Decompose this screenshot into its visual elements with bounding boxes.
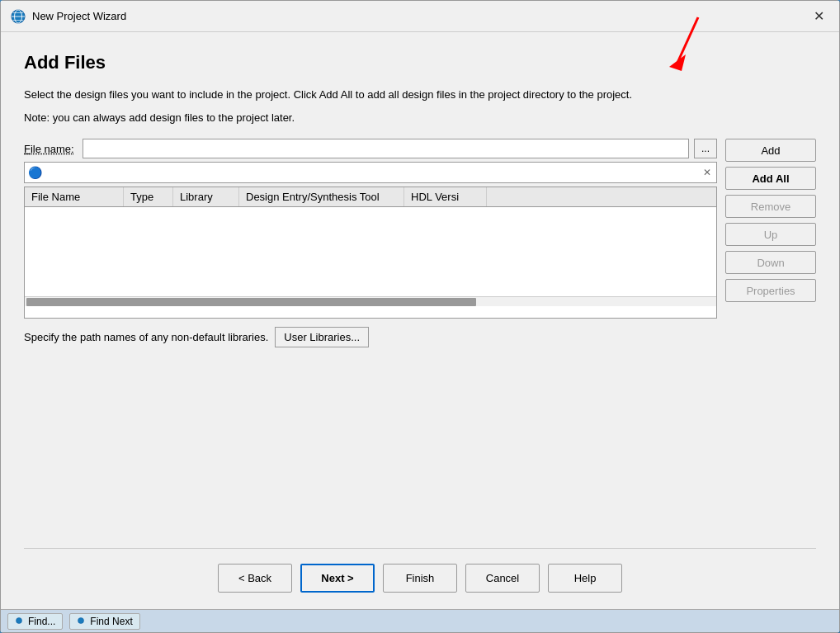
content-area: Add Files Select the design files you wa… xyxy=(1,32,839,541)
browse-button[interactable]: ... xyxy=(694,139,717,158)
bottom-bar: < Back Next > Finish Cancel Help xyxy=(1,555,839,609)
separator xyxy=(24,548,816,549)
down-button[interactable]: Down xyxy=(725,251,816,274)
back-button[interactable]: < Back xyxy=(218,564,292,593)
taskbar-find-label: Find... xyxy=(28,616,55,627)
search-clear-button[interactable]: ✕ xyxy=(701,167,713,178)
search-input[interactable] xyxy=(45,167,698,179)
up-button[interactable]: Up xyxy=(725,223,816,246)
col-header-type: Type xyxy=(124,187,173,206)
col-header-library: Library xyxy=(173,187,239,206)
title-bar: New Project Wizard ✕ xyxy=(1,1,839,32)
search-row: 🔵 ✕ xyxy=(24,162,717,183)
find-next-icon xyxy=(77,616,87,626)
col-header-filename: File Name xyxy=(25,187,124,206)
user-libraries-button[interactable]: User Libraries... xyxy=(275,327,369,347)
file-table[interactable]: File Name Type Library Design Entry/Synt… xyxy=(24,187,717,319)
right-panel: Add Add All Remove Up Down Properties xyxy=(725,139,816,302)
col-header-design: Design Entry/Synthesis Tool xyxy=(239,187,404,206)
finish-button[interactable]: Finish xyxy=(383,564,457,593)
table-header: File Name Type Library Design Entry/Synt… xyxy=(25,187,716,207)
svg-line-5 xyxy=(677,17,698,63)
dialog-window: New Project Wizard ✕ Add Files Select th… xyxy=(0,0,840,633)
taskbar-find-next-label: Find Next xyxy=(90,616,132,627)
table-body xyxy=(25,207,716,306)
left-section: File name: ... 🔵 ✕ File Name xyxy=(24,139,717,319)
file-name-input[interactable] xyxy=(83,139,689,158)
remove-button[interactable]: Remove xyxy=(725,195,816,218)
window-title: New Project Wizard xyxy=(32,10,126,22)
library-note-text: Specify the path names of any non-defaul… xyxy=(24,331,268,343)
next-button[interactable]: Next > xyxy=(300,564,375,593)
taskbar-find[interactable]: Find... xyxy=(7,613,63,630)
app-icon xyxy=(11,9,26,24)
title-bar-left: New Project Wizard xyxy=(11,9,126,24)
scrollbar-thumb xyxy=(26,298,476,306)
properties-button[interactable]: Properties xyxy=(725,279,816,302)
library-row: Specify the path names of any non-defaul… xyxy=(24,327,816,347)
help-button[interactable]: Help xyxy=(548,564,622,593)
horizontal-scrollbar[interactable] xyxy=(25,296,716,306)
file-name-row: File name: ... xyxy=(24,139,717,158)
red-arrow xyxy=(661,9,710,75)
cancel-button[interactable]: Cancel xyxy=(465,564,540,593)
svg-marker-6 xyxy=(669,54,686,71)
col-header-hdl: HDL Versi xyxy=(404,187,487,206)
file-name-label: File name: xyxy=(24,143,78,155)
note-text: Note: you can always add design files to… xyxy=(24,110,816,126)
taskbar-find-next[interactable]: Find Next xyxy=(69,613,139,630)
close-button[interactable]: ✕ xyxy=(809,7,829,26)
search-icon: 🔵 xyxy=(28,166,42,179)
add-all-button[interactable]: Add All xyxy=(725,167,816,190)
taskbar: Find... Find Next xyxy=(1,609,839,632)
svg-point-7 xyxy=(17,617,22,623)
svg-point-8 xyxy=(78,617,84,623)
add-button[interactable]: Add xyxy=(725,139,816,162)
find-icon xyxy=(15,616,25,626)
description-text: Select the design files you want to incl… xyxy=(24,87,816,103)
